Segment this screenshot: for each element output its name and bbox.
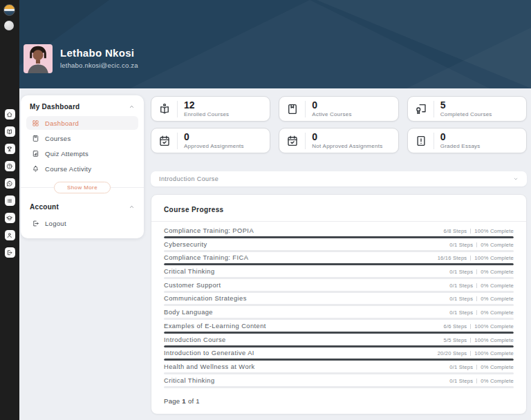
- nav-item-label: Quiz Attempts: [45, 150, 88, 158]
- course-progress-row[interactable]: Compliance Training: FICA 16/16 Steps 10…: [164, 251, 514, 265]
- course-title: Compliance Training: FICA: [164, 254, 248, 261]
- stat-cards: 12 Enrolled Courses 0 Active Courses 5 C: [151, 96, 527, 153]
- course-steps: 0/1 Steps: [449, 242, 473, 248]
- nav-section-header-account[interactable]: Account: [21, 195, 144, 216]
- rail-button[interactable]: [5, 247, 15, 258]
- course-progress-row[interactable]: Examples of E-Learning Content 6/6 Steps…: [164, 320, 514, 334]
- course-title: Compliance Training: POPIA: [164, 227, 254, 234]
- divider: [476, 296, 477, 301]
- avatar[interactable]: [4, 21, 14, 30]
- course-progress-row[interactable]: Body Language 0/1 Steps 0% Complete: [164, 306, 514, 320]
- course-steps: 0/1 Steps: [449, 269, 473, 275]
- user-email: lethabo.nkosi@ecic.co.za: [60, 61, 138, 69]
- course-title: Introduction to Generative AI: [164, 350, 254, 356]
- course-progress-row[interactable]: Cybersecurity 0/1 Steps 0% Complete: [164, 238, 514, 252]
- divider: [434, 133, 434, 149]
- course-progress-row[interactable]: Introduction Course 5/5 Steps 100% Compl…: [164, 334, 514, 347]
- course-progress-row[interactable]: Critical Thinking 0/1 Steps 0% Complete: [164, 265, 514, 279]
- pagination-label: Page: [164, 397, 180, 405]
- divider: [177, 101, 178, 117]
- page-exclaim-icon: [415, 135, 427, 147]
- rail-button[interactable]: [5, 126, 15, 137]
- book-icon: [32, 135, 39, 142]
- rail-button[interactable]: [5, 109, 15, 120]
- divider: [476, 283, 477, 288]
- page-header: Lethabo Nkosi lethabo.nkosi@ecic.co.za: [19, 0, 531, 88]
- divider: [470, 229, 471, 233]
- rail-button[interactable]: [5, 230, 15, 240]
- nav-item[interactable]: Logout: [26, 216, 138, 230]
- lms-dashboard: Lethabo Nkosi lethabo.nkosi@ecic.co.za M…: [0, 0, 531, 420]
- dashboard-icon: [32, 120, 39, 127]
- logout-icon: [32, 220, 39, 227]
- course-title: Critical Thinking: [164, 377, 215, 384]
- course-filter-dropdown[interactable]: Introduction Course: [151, 171, 527, 187]
- course-complete-percent: 0% Complete: [481, 269, 514, 275]
- divider: [470, 338, 471, 343]
- course-complete-percent: 0% Complete: [481, 378, 514, 384]
- ecic-logo: [3, 4, 15, 16]
- course-complete-percent: 100% Complete: [474, 323, 514, 330]
- dashboard-nav-panel: My Dashboard Dashboard Courses Quiz Atte…: [21, 95, 144, 238]
- stat-label: Approved Assignments: [184, 143, 244, 149]
- course-complete-percent: 0% Complete: [481, 296, 514, 302]
- course-title: Examples of E-Learning Content: [164, 323, 266, 330]
- course-steps: 0/1 Steps: [449, 309, 473, 316]
- nav-item[interactable]: Quiz Attempts: [26, 146, 138, 160]
- course-title: Critical Thinking: [164, 268, 215, 275]
- open-book-icon: [6, 128, 13, 135]
- show-more-button[interactable]: Show More: [54, 182, 111, 193]
- rail-button[interactable]: [5, 213, 15, 223]
- divider: [470, 256, 471, 260]
- course-progress-row[interactable]: Health and Wellness at Work 0/1 Steps 0%…: [164, 361, 514, 374]
- nav-section-header-my-dashboard[interactable]: My Dashboard: [21, 95, 144, 116]
- stat-value: 12: [184, 100, 229, 110]
- course-steps: 5/5 Steps: [443, 337, 467, 343]
- stat-value: 0: [312, 132, 382, 142]
- course-filter-selected: Introduction Course: [159, 175, 513, 182]
- course-progress-row[interactable]: Critical Thinking 0/1 Steps 0% Complete: [164, 374, 514, 388]
- course-steps: 20/20 Steps: [438, 350, 467, 356]
- chevron-up-icon: [129, 204, 135, 210]
- nav-section-title: Account: [30, 203, 59, 211]
- certificate-icon: [415, 103, 427, 115]
- rail-button[interactable]: [5, 178, 15, 189]
- divider: [476, 365, 477, 370]
- icon-rail: [0, 0, 19, 420]
- course-steps: 0/1 Steps: [449, 283, 473, 289]
- nav-item[interactable]: Courses: [26, 131, 138, 145]
- progress-bar-track: [164, 386, 514, 388]
- nav-item-label: Course Activity: [45, 165, 91, 173]
- nav-item[interactable]: Dashboard: [26, 116, 138, 130]
- course-progress-row[interactable]: Compliance Training: POPIA 6/8 Steps 100…: [164, 225, 514, 238]
- divider: [476, 379, 477, 383]
- course-title: Health and Wellness at Work: [164, 363, 255, 370]
- divider: [470, 351, 471, 356]
- course-progress-row[interactable]: Communication Strategies 0/1 Steps 0% Co…: [164, 292, 514, 306]
- course-progress-row[interactable]: Introduction to Generative AI 20/20 Step…: [164, 347, 514, 361]
- chevron-up-icon: [129, 104, 135, 110]
- rail-button[interactable]: [5, 195, 15, 206]
- user-profile: Lethabo Nkosi lethabo.nkosi@ecic.co.za: [24, 44, 138, 73]
- course-title: Communication Strategies: [164, 295, 247, 302]
- stat-label: Enrolled Courses: [184, 111, 229, 117]
- stat-label: Not Approved Assignments: [312, 143, 382, 149]
- profile-photo: [24, 44, 53, 73]
- course-steps: 0/1 Steps: [449, 296, 473, 302]
- course-progress-row[interactable]: Customer Support 0/1 Steps 0% Complete: [164, 279, 514, 293]
- home-icon: [6, 111, 13, 118]
- rail-button[interactable]: [5, 161, 15, 171]
- stat-value: 0: [312, 100, 351, 110]
- course-title: Cybersecurity: [164, 241, 207, 248]
- rail-button[interactable]: [5, 144, 15, 154]
- course-progress-header: Course Progress: [151, 195, 526, 222]
- help-icon: [6, 163, 13, 170]
- course-steps: 6/8 Steps: [443, 228, 467, 234]
- divider: [305, 133, 306, 149]
- divider: [476, 242, 477, 247]
- nav-item[interactable]: Course Activity: [26, 162, 138, 175]
- stat-card: 12 Enrolled Courses: [151, 96, 270, 122]
- course-steps: 6/6 Steps: [443, 323, 467, 330]
- divider: [434, 101, 434, 117]
- show-more-row: Show More: [21, 181, 144, 193]
